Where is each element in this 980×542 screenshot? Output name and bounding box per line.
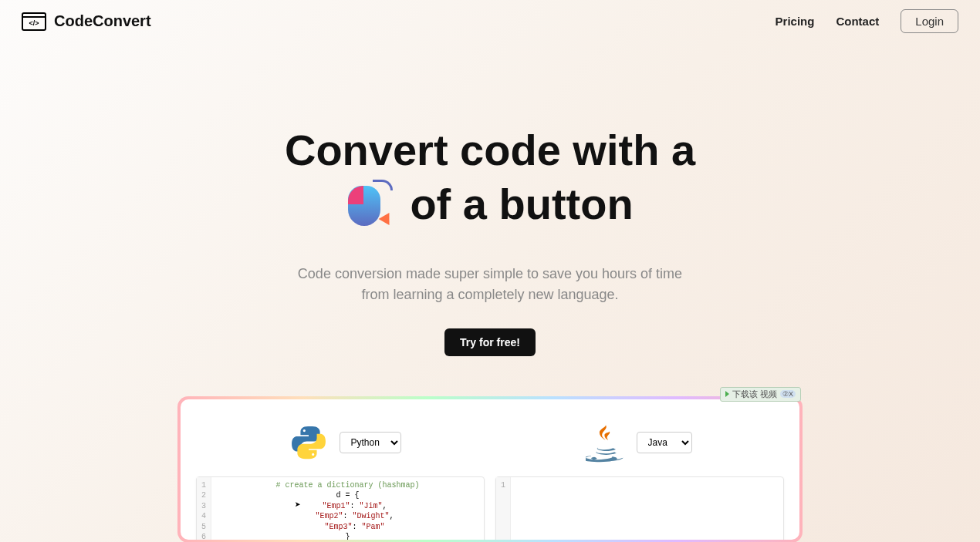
hero-subtitle: Code conversion made super simple to sav…	[0, 264, 980, 305]
to-language-select[interactable]: Java	[637, 432, 692, 453]
logo[interactable]: </> CodeConvert	[22, 12, 151, 31]
hero-title-line1: Convert code with a	[0, 126, 980, 175]
nav: Pricing Contact Login	[776, 9, 958, 33]
demo-container: 下载该 视频 ②X Python	[177, 396, 803, 542]
cursor-icon: ➤	[295, 499, 301, 513]
target-code-panel[interactable]: 1	[495, 476, 784, 540]
from-language: Python	[289, 422, 401, 463]
line-gutter: 1	[496, 477, 511, 540]
code-window-icon: </>	[22, 12, 46, 31]
brand-name: CodeConvert	[54, 12, 151, 30]
hero: Convert code with a of a button Code con…	[0, 42, 980, 542]
download-video-badge[interactable]: 下载该 视频 ②X	[720, 387, 801, 402]
source-code-panel[interactable]: 1 2 3 4 5 6 # create a dictionary (hashm…	[196, 476, 485, 540]
code-content: # create a dictionary (hashmap) d = { "E…	[211, 477, 484, 540]
badge-close-icon[interactable]: ②X	[780, 390, 796, 398]
mouse-click-icon	[346, 183, 396, 227]
login-button[interactable]: Login	[901, 9, 958, 33]
code-content	[511, 477, 783, 540]
java-icon	[586, 422, 626, 463]
to-language: Java	[586, 422, 692, 463]
nav-contact[interactable]: Contact	[836, 15, 879, 28]
nav-pricing[interactable]: Pricing	[776, 15, 815, 28]
hero-title-line2: of a button	[0, 180, 980, 229]
line-gutter: 1 2 3 4 5 6	[197, 477, 211, 540]
python-icon	[289, 422, 329, 463]
try-free-button[interactable]: Try for free!	[444, 328, 536, 356]
from-language-select[interactable]: Python	[340, 432, 401, 453]
play-icon	[725, 391, 729, 397]
header: </> CodeConvert Pricing Contact Login	[0, 0, 980, 42]
hero-title-tail: of a button	[410, 180, 633, 229]
